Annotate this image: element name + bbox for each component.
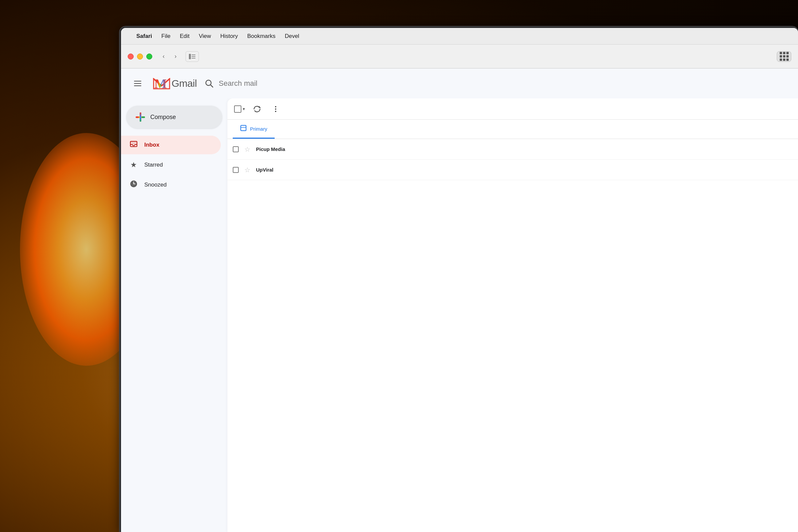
email-sender: UpViral bbox=[256, 167, 323, 173]
hamburger-menu-button[interactable] bbox=[130, 76, 145, 91]
svg-text:M: M bbox=[154, 77, 167, 90]
safari-nav-buttons: ‹ › bbox=[158, 51, 181, 62]
gmail-sidebar: Compose Inbox bbox=[121, 98, 227, 532]
history-menu-item[interactable]: History bbox=[221, 33, 238, 40]
email-list: ☆ Picup Media ☆ UpViral bbox=[227, 139, 798, 532]
back-button[interactable]: ‹ bbox=[158, 51, 169, 62]
refresh-icon bbox=[253, 106, 261, 113]
gmail-content: M Gmail bbox=[121, 69, 798, 532]
view-menu-item[interactable]: View bbox=[199, 33, 211, 40]
minimize-button[interactable] bbox=[137, 54, 143, 59]
compose-label: Compose bbox=[150, 114, 176, 121]
gmail-m-logo: M bbox=[153, 77, 170, 90]
select-dropdown-chevron[interactable]: ▾ bbox=[243, 107, 245, 111]
hamburger-line-2 bbox=[134, 83, 141, 84]
hamburger-line-3 bbox=[134, 86, 141, 86]
gmail-tabs: Primary bbox=[227, 120, 798, 139]
sidebar-toggle-button[interactable] bbox=[186, 51, 199, 62]
compose-button[interactable]: Compose bbox=[126, 106, 222, 128]
macos-menubar: Safari File Edit View History Bookmarks … bbox=[121, 28, 798, 44]
star-icon[interactable]: ☆ bbox=[243, 145, 251, 153]
svg-rect-3 bbox=[191, 58, 195, 58]
grid-dots-icon bbox=[780, 52, 789, 61]
gmail-toolbar: ▾ bbox=[227, 98, 798, 120]
svg-rect-8 bbox=[130, 141, 137, 145]
maximize-button[interactable] bbox=[146, 54, 152, 59]
safari-menu-item[interactable]: Safari bbox=[136, 33, 152, 40]
svg-rect-1 bbox=[191, 55, 195, 55]
email-row[interactable]: ☆ UpViral bbox=[227, 159, 798, 180]
gmail-main: ▾ bbox=[227, 98, 798, 532]
select-all-wrap[interactable]: ▾ bbox=[234, 106, 245, 113]
gmail-body: Compose Inbox bbox=[121, 98, 798, 532]
refresh-button[interactable] bbox=[250, 102, 264, 116]
search-area[interactable] bbox=[205, 79, 438, 88]
search-input[interactable] bbox=[219, 79, 438, 88]
inbox-icon bbox=[129, 140, 138, 150]
bookmarks-menu-item[interactable]: Bookmarks bbox=[247, 33, 275, 40]
email-sender: Picup Media bbox=[256, 146, 323, 152]
svg-line-6 bbox=[210, 85, 213, 87]
sidebar-item-snoozed[interactable]: Snoozed bbox=[121, 175, 221, 194]
snoozed-label: Snoozed bbox=[144, 182, 167, 188]
more-options-icon bbox=[275, 106, 276, 112]
primary-tab-icon bbox=[240, 125, 247, 133]
select-all-checkbox[interactable] bbox=[234, 106, 241, 113]
search-icon bbox=[205, 79, 213, 88]
laptop-frame: Safari File Edit View History Bookmarks … bbox=[120, 26, 798, 532]
traffic-lights bbox=[128, 54, 152, 59]
starred-icon: ★ bbox=[129, 160, 138, 169]
tab-grid-button[interactable] bbox=[777, 51, 791, 62]
more-options-button[interactable] bbox=[269, 102, 282, 116]
email-checkbox[interactable] bbox=[233, 146, 239, 152]
screen: Safari File Edit View History Bookmarks … bbox=[121, 28, 798, 532]
svg-rect-2 bbox=[191, 56, 195, 57]
svg-rect-0 bbox=[189, 54, 191, 59]
forward-button[interactable]: › bbox=[170, 51, 181, 62]
edit-menu-item[interactable]: Edit bbox=[180, 33, 190, 40]
sidebar-item-starred[interactable]: ★ Starred bbox=[121, 156, 221, 174]
star-icon[interactable]: ☆ bbox=[243, 166, 251, 174]
file-menu-item[interactable]: File bbox=[161, 33, 170, 40]
tab-primary[interactable]: Primary bbox=[233, 125, 274, 139]
primary-tab-label: Primary bbox=[250, 126, 267, 132]
gmail-wordmark: Gmail bbox=[172, 78, 197, 89]
email-row[interactable]: ☆ Picup Media bbox=[227, 139, 798, 159]
safari-toolbar: ‹ › bbox=[121, 44, 798, 69]
compose-plus-icon bbox=[136, 112, 145, 122]
devel-menu-item[interactable]: Devel bbox=[285, 33, 299, 40]
gmail-header: M Gmail bbox=[121, 69, 798, 98]
starred-label: Starred bbox=[144, 162, 163, 168]
email-checkbox[interactable] bbox=[233, 167, 239, 173]
svg-rect-13 bbox=[241, 125, 246, 131]
sidebar-item-inbox[interactable]: Inbox bbox=[121, 136, 221, 154]
inbox-label: Inbox bbox=[144, 141, 159, 148]
sidebar-toggle-icon bbox=[189, 54, 195, 59]
hamburger-line-1 bbox=[134, 81, 141, 81]
gmail-logo-area: M Gmail bbox=[153, 77, 197, 90]
close-button[interactable] bbox=[128, 54, 134, 59]
snoozed-icon bbox=[129, 180, 138, 190]
